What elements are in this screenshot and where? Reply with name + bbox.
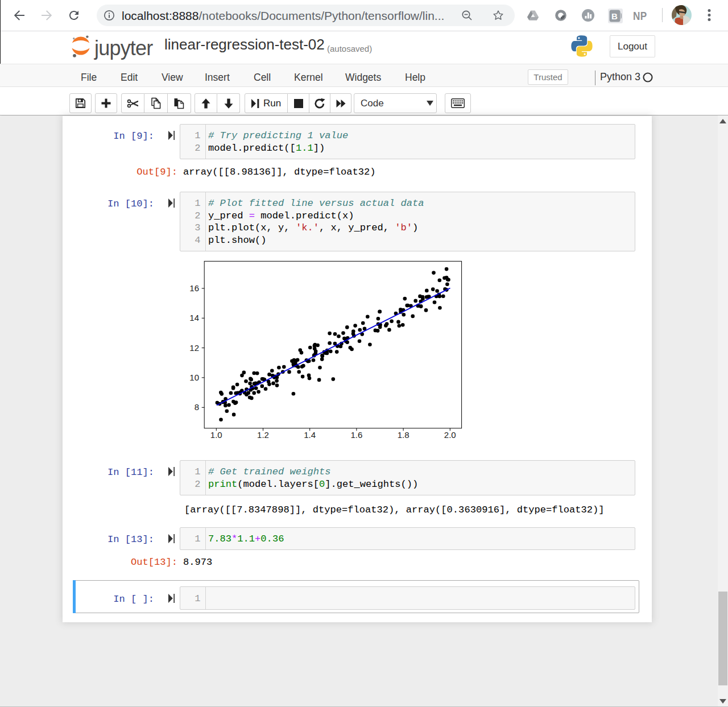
svg-text:1.6: 1.6 <box>350 430 362 440</box>
svg-text:2.0: 2.0 <box>444 430 456 440</box>
svg-text:1.0: 1.0 <box>210 430 222 440</box>
svg-text:16: 16 <box>189 283 199 293</box>
svg-text:12: 12 <box>189 343 199 353</box>
svg-text:1.8: 1.8 <box>398 430 410 440</box>
svg-text:1.2: 1.2 <box>257 430 269 440</box>
svg-text:1.4: 1.4 <box>304 430 316 440</box>
svg-text:10: 10 <box>189 373 199 382</box>
svg-text:14: 14 <box>189 313 199 323</box>
svg-text:B: B <box>611 11 618 21</box>
svg-text:8: 8 <box>195 402 199 412</box>
